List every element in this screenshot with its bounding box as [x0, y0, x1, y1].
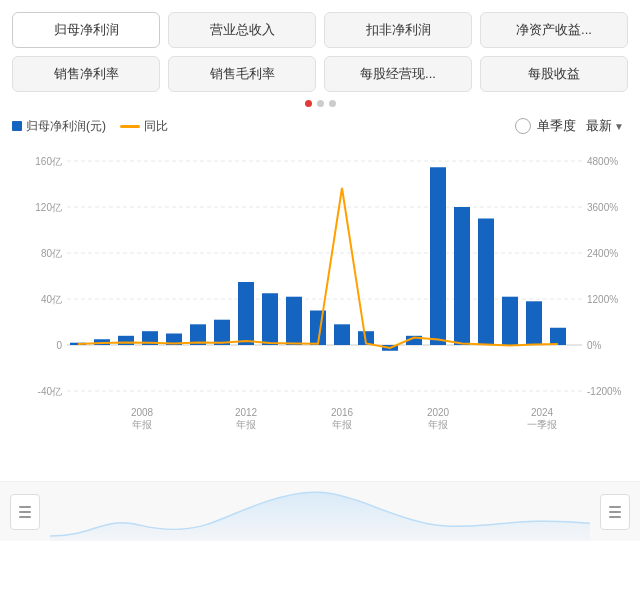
svg-text:40亿: 40亿 [41, 294, 62, 305]
svg-text:年报: 年报 [428, 419, 448, 430]
chart-area: 160亿 120亿 80亿 40亿 0 -40亿 4800% 3600% 240… [12, 141, 628, 481]
handle-lines-left [19, 506, 31, 518]
legend-line-color [120, 125, 140, 128]
handle-lines-right [609, 506, 621, 518]
svg-text:3600%: 3600% [587, 202, 618, 213]
main-chart-svg: 160亿 120亿 80亿 40亿 0 -40亿 4800% 3600% 240… [12, 141, 628, 481]
tab-净资产收益[interactable]: 净资产收益... [480, 12, 628, 48]
bar-2013 [262, 293, 278, 345]
svg-text:1200%: 1200% [587, 294, 618, 305]
bar-2020 [430, 167, 446, 345]
legend-bar-label: 归母净利润(元) [26, 118, 106, 135]
bar-2007 [118, 336, 134, 345]
svg-text:2020: 2020 [427, 407, 450, 418]
scrollbar-wave-svg [50, 482, 590, 541]
tab-销售净利率[interactable]: 销售净利率 [12, 56, 160, 92]
tab-row-1: 归母净利润 营业总收入 扣非净利润 净资产收益... [12, 12, 628, 48]
bar-2016 [334, 324, 350, 345]
bar-2021 [454, 207, 470, 345]
svg-text:80亿: 80亿 [41, 248, 62, 259]
svg-text:-1200%: -1200% [587, 386, 622, 397]
bar-2014 [286, 297, 302, 345]
bar-2024 [526, 301, 542, 345]
single-quarter-label: 单季度 [537, 117, 576, 135]
dot-3[interactable] [329, 100, 336, 107]
single-quarter-radio[interactable] [515, 118, 531, 134]
tab-销售毛利率[interactable]: 销售毛利率 [168, 56, 316, 92]
svg-text:年报: 年报 [332, 419, 352, 430]
svg-text:-40亿: -40亿 [38, 386, 62, 397]
tab-归母净利润[interactable]: 归母净利润 [12, 12, 160, 48]
legend-line: 同比 [120, 118, 168, 135]
legend-bar: 归母净利润(元) [12, 118, 106, 135]
bar-2011 [214, 320, 230, 345]
tab-营业总收入[interactable]: 营业总收入 [168, 12, 316, 48]
svg-text:一季报: 一季报 [527, 419, 557, 430]
svg-text:120亿: 120亿 [35, 202, 62, 213]
chart-section: 归母净利润(元) 同比 单季度 最新 ▼ [0, 115, 640, 481]
scrollbar-left-handle[interactable] [10, 494, 40, 530]
svg-text:4800%: 4800% [587, 156, 618, 167]
dot-1[interactable] [305, 100, 312, 107]
dot-2[interactable] [317, 100, 324, 107]
period-dropdown-label: 最新 [586, 117, 612, 135]
svg-text:2008: 2008 [131, 407, 154, 418]
svg-text:年报: 年报 [236, 419, 256, 430]
svg-text:2016: 2016 [331, 407, 354, 418]
chart-legend: 归母净利润(元) 同比 单季度 最新 ▼ [12, 115, 628, 137]
tab-每股经营现[interactable]: 每股经营现... [324, 56, 472, 92]
tab-row-2: 销售净利率 销售毛利率 每股经营现... 每股收益 [12, 56, 628, 92]
legend-left: 归母净利润(元) 同比 [12, 118, 168, 135]
legend-right: 单季度 最新 ▼ [515, 115, 628, 137]
chart-scrollbar[interactable] [0, 481, 640, 541]
svg-text:2012: 2012 [235, 407, 258, 418]
pagination-dots [12, 100, 628, 107]
tab-每股收益[interactable]: 每股收益 [480, 56, 628, 92]
top-section: 归母净利润 营业总收入 扣非净利润 净资产收益... 销售净利率 销售毛利率 每… [0, 0, 640, 107]
dropdown-arrow-icon: ▼ [614, 121, 624, 132]
bar-2023 [502, 297, 518, 345]
bar-2012 [238, 282, 254, 345]
bar-2025 [550, 328, 566, 345]
legend-line-label: 同比 [144, 118, 168, 135]
svg-text:2400%: 2400% [587, 248, 618, 259]
svg-text:160亿: 160亿 [35, 156, 62, 167]
svg-text:年报: 年报 [132, 419, 152, 430]
svg-text:2024: 2024 [531, 407, 554, 418]
legend-bar-color [12, 121, 22, 131]
svg-text:0: 0 [56, 340, 62, 351]
svg-text:0%: 0% [587, 340, 602, 351]
period-dropdown[interactable]: 最新 ▼ [582, 115, 628, 137]
tab-扣非净利润[interactable]: 扣非净利润 [324, 12, 472, 48]
bar-2022 [478, 219, 494, 346]
scrollbar-right-handle[interactable] [600, 494, 630, 530]
